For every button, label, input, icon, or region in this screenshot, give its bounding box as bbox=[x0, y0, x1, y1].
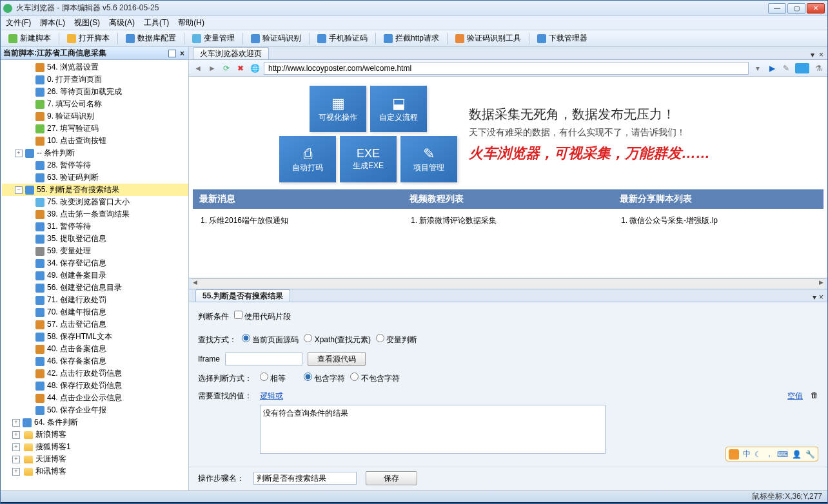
col1-body[interactable]: 1. 乐维2016端午放假通知 bbox=[193, 209, 403, 233]
toolbar-button[interactable]: 打开脚本 bbox=[63, 32, 113, 45]
tree-node[interactable]: 58. 保存HTML文本 bbox=[2, 331, 188, 343]
tree-folder[interactable]: +和讯博客 bbox=[2, 465, 188, 478]
tree-node[interactable]: 59. 变量处理 bbox=[2, 245, 188, 257]
tree-node[interactable]: 70. 创建年报信息 bbox=[2, 306, 188, 318]
radio-notcontain[interactable]: 不包含字符 bbox=[350, 373, 399, 384]
tree-node[interactable]: 26. 等待页面加载完成 bbox=[2, 86, 188, 98]
menu-item[interactable]: 高级(A) bbox=[109, 17, 135, 28]
nav-back-icon[interactable]: ◄ bbox=[193, 63, 203, 73]
step-name-input[interactable] bbox=[253, 472, 357, 485]
tree-node[interactable]: 9. 验证码识别 bbox=[2, 110, 188, 122]
tree-node[interactable]: 28. 暂停等待 bbox=[2, 159, 188, 171]
toolbar-button[interactable]: 新建脚本 bbox=[5, 32, 55, 45]
tree-node[interactable]: 39. 点击第一条查询结果 bbox=[2, 208, 188, 220]
reload-icon[interactable]: ⟳ bbox=[221, 63, 232, 73]
play-icon[interactable]: ▶ bbox=[767, 63, 777, 73]
tab-dropdown-icon[interactable]: ▾ bbox=[811, 50, 814, 59]
tree-node[interactable]: 34. 保存登记信息 bbox=[2, 257, 188, 269]
pin-icon[interactable] bbox=[168, 50, 176, 57]
tree-node[interactable]: 71. 创建行政处罚 bbox=[2, 294, 188, 306]
tree-node[interactable]: 40. 点击备案信息 bbox=[2, 343, 188, 355]
tile-exe[interactable]: EXE生成EXE bbox=[340, 136, 397, 182]
minimize-button[interactable]: — bbox=[768, 3, 786, 14]
tab-close-icon[interactable]: × bbox=[819, 50, 823, 59]
radio-source[interactable]: 当前页面源码 bbox=[242, 334, 299, 345]
radio-equal[interactable]: 相等 bbox=[260, 373, 299, 384]
panel-close-icon[interactable]: × bbox=[179, 49, 186, 58]
tile-visual[interactable]: ▦可视化操作 bbox=[310, 86, 366, 132]
code-snippet-checkbox[interactable]: 使用代码片段 bbox=[234, 311, 291, 322]
tree-node[interactable]: +64. 条件判断 bbox=[2, 416, 188, 429]
col2-body[interactable]: 1. 新浪微博评论数据采集 bbox=[403, 209, 613, 233]
radio-var[interactable]: 变量判断 bbox=[376, 334, 417, 345]
nav-forward-icon[interactable]: ► bbox=[207, 63, 217, 73]
toolbar-button[interactable]: 拦截http请求 bbox=[380, 32, 443, 45]
tile-captcha[interactable]: ⎙自动打码 bbox=[279, 136, 336, 182]
tree-folder[interactable]: +搜狐博客1 bbox=[2, 441, 188, 453]
tree-node[interactable]: 27. 填写验证码 bbox=[2, 122, 188, 135]
logic-or-link[interactable]: 逻辑或 bbox=[260, 391, 283, 402]
h-scrollbar[interactable] bbox=[192, 278, 825, 289]
tree-node[interactable]: 0. 打开查询页面 bbox=[2, 73, 188, 86]
editor-tab-close-icon[interactable]: × bbox=[819, 293, 823, 302]
tree-node[interactable]: 48. 保存行政处罚信息 bbox=[2, 380, 188, 392]
empty-val-link[interactable]: 空值 bbox=[787, 391, 803, 402]
radio-xpath[interactable]: Xpath(查找元素) bbox=[304, 334, 371, 345]
tree-folder[interactable]: +天涯博客 bbox=[2, 453, 188, 465]
ime-keyboard-icon[interactable]: ⌨ bbox=[777, 450, 788, 459]
close-button[interactable]: ✕ bbox=[807, 3, 825, 14]
tree-node[interactable]: 63. 验证码判断 bbox=[2, 171, 188, 184]
url-input[interactable] bbox=[264, 62, 749, 75]
menu-item[interactable]: 脚本(L) bbox=[40, 17, 65, 28]
ime-lang-icon[interactable]: 中 bbox=[743, 449, 751, 460]
tree-node[interactable]: 10. 点击查询按钮 bbox=[2, 135, 188, 147]
toolbar-button[interactable]: 下载管理器 bbox=[533, 32, 591, 45]
script-tree[interactable]: 54. 浏览器设置0. 打开查询页面26. 等待页面加载完成7. 填写公司名称9… bbox=[1, 60, 188, 490]
iframe-input[interactable] bbox=[225, 353, 302, 365]
go-dropdown-icon[interactable]: ▾ bbox=[753, 63, 763, 73]
tool-icon[interactable]: ✎ bbox=[781, 63, 791, 73]
tree-node[interactable]: 42. 点击行政处罚信息 bbox=[2, 367, 188, 380]
menu-item[interactable]: 文件(F) bbox=[6, 17, 31, 28]
save-button[interactable]: 保存 bbox=[366, 471, 417, 485]
ime-tray[interactable]: 中 ☾ ， ⌨ 👤 🔧 bbox=[725, 447, 818, 461]
editor-tab[interactable]: 55.判断是否有搜索结果 bbox=[195, 289, 290, 302]
tree-node[interactable]: −55. 判断是否有搜索结果 bbox=[2, 184, 188, 196]
menu-item[interactable]: 视图(S) bbox=[74, 17, 100, 28]
blue-button[interactable] bbox=[795, 63, 809, 73]
tree-node[interactable]: +-- 条件判断 bbox=[2, 147, 188, 159]
tree-node[interactable]: 35. 提取登记信息 bbox=[2, 233, 188, 245]
tile-project[interactable]: ✎项目管理 bbox=[400, 136, 457, 182]
flask-icon[interactable]: ⚗ bbox=[813, 63, 823, 73]
toolbar-button[interactable]: 验证码识别 bbox=[247, 32, 305, 45]
tree-node[interactable]: 57. 点击登记信息 bbox=[2, 318, 188, 331]
tree-node[interactable]: 44. 点击企业公示信息 bbox=[2, 392, 188, 404]
maximize-button[interactable]: ▢ bbox=[787, 3, 805, 14]
tree-node[interactable]: 56. 创建登记信息目录 bbox=[2, 282, 188, 294]
ime-punct-icon[interactable]: ， bbox=[765, 449, 773, 460]
tree-node[interactable]: 31. 暂停等待 bbox=[2, 220, 188, 233]
ime-moon-icon[interactable]: ☾ bbox=[754, 450, 762, 459]
toolbar-button[interactable]: 变量管理 bbox=[188, 32, 239, 45]
stop-icon[interactable]: ✖ bbox=[235, 63, 246, 73]
browser-tab[interactable]: 火车浏览器欢迎页 bbox=[193, 47, 269, 59]
value-textarea[interactable] bbox=[260, 405, 606, 454]
toolbar-button[interactable]: 手机验证码 bbox=[313, 32, 371, 45]
sogou-icon[interactable] bbox=[729, 449, 739, 460]
editor-tab-dropdown-icon[interactable]: ▾ bbox=[813, 293, 816, 302]
tree-node[interactable]: 7. 填写公司名称 bbox=[2, 98, 188, 110]
toolbar-button[interactable]: 数据库配置 bbox=[122, 32, 180, 45]
tree-node[interactable]: 46. 保存备案信息 bbox=[2, 355, 188, 367]
tile-flow[interactable]: ⬓自定义流程 bbox=[370, 86, 427, 132]
tree-node[interactable]: 54. 浏览器设置 bbox=[2, 61, 188, 73]
tree-folder[interactable]: +新浪博客 bbox=[2, 429, 188, 441]
tree-node[interactable]: 49. 创建备案目录 bbox=[2, 269, 188, 282]
toolbar-button[interactable]: 验证码识别工具 bbox=[451, 32, 525, 45]
radio-contain[interactable]: 包含字符 bbox=[304, 373, 345, 384]
tree-node[interactable]: 75. 改变浏览器窗口大小 bbox=[2, 196, 188, 208]
ime-user-icon[interactable]: 👤 bbox=[792, 450, 802, 459]
ime-settings-icon[interactable]: 🔧 bbox=[805, 450, 815, 459]
tree-node[interactable]: 50. 保存企业年报 bbox=[2, 404, 188, 416]
view-source-button[interactable]: 查看源代码 bbox=[308, 352, 366, 366]
menu-item[interactable]: 工具(T) bbox=[144, 17, 169, 28]
